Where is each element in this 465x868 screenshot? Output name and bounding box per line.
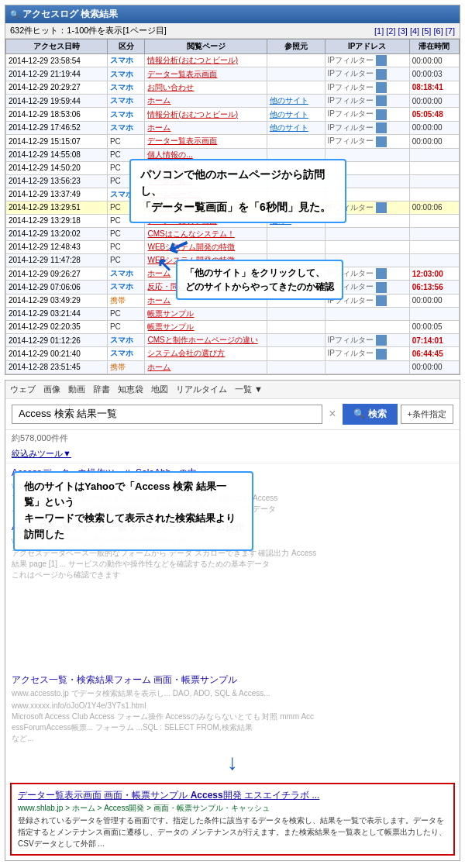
- ip-filter-button[interactable]: [376, 268, 387, 279]
- col-date: アクセス日時: [6, 40, 108, 54]
- search-results-list: Accessデータ...ウ操作ツール SaleAbb...の中へ www.acc…: [5, 463, 460, 780]
- page-link-6[interactable]: [6]: [433, 26, 443, 36]
- cell-time: [409, 188, 459, 201]
- ip-filter-button[interactable]: [376, 349, 387, 360]
- page-link-cell[interactable]: CMSと制作ホームページの違い: [147, 336, 257, 344]
- down-arrow-indicator: ↓: [12, 750, 453, 775]
- table-row: 2014-12-29 18:53:06 スマホ 情報分析(おむつとビール) 他の…: [6, 108, 460, 121]
- ip-filter-button[interactable]: [376, 136, 387, 147]
- page-link-4[interactable]: [4]: [410, 26, 419, 36]
- cell-type: PC: [107, 227, 145, 240]
- cell-ip: IPフィルター: [325, 135, 409, 148]
- cell-ip: IPフィルター: [325, 333, 409, 346]
- page-link-cell[interactable]: ホーム: [147, 96, 170, 105]
- cell-time: 00:00:06: [409, 201, 459, 214]
- cell-date: 2014-12-29 14:50:20: [6, 161, 108, 174]
- cell-time: 00:00:00: [409, 294, 459, 307]
- cell-page: データー覧表示画面: [145, 135, 267, 148]
- ip-filter-text: IPフィルター: [328, 109, 374, 118]
- cell-ip: [325, 240, 409, 253]
- ip-filter-text: IPフィルター: [328, 96, 374, 105]
- ip-filter-text: IPフィルター: [328, 349, 374, 357]
- page-link-3[interactable]: [3]: [398, 26, 408, 36]
- result-bottom-url: www.shlab.jp > ホーム > Access開発 > 画面・帳票サンプ…: [18, 803, 447, 814]
- cell-type: PC: [107, 135, 145, 148]
- ip-filter-button[interactable]: [376, 69, 387, 80]
- cell-date: 2014-12-29 13:37:49: [6, 188, 108, 201]
- page-link-cell[interactable]: システム会社の選び方: [147, 349, 225, 357]
- result-title-3[interactable]: アクセス一覧・検索結果フォーム 画面・帳票サンプル: [12, 673, 453, 687]
- ip-filter-button[interactable]: [376, 95, 387, 106]
- search-icon: 🔍: [353, 408, 365, 419]
- page-links[interactable]: [1] [2] [3] [4] [5] [6] [7]: [374, 26, 455, 36]
- ref-link-cell[interactable]: 他のサイト: [270, 96, 308, 105]
- ref-link-cell[interactable]: 他のサイト: [270, 123, 308, 132]
- cell-ref: 他のサイト: [267, 95, 325, 108]
- cell-type: スマホ: [107, 95, 145, 108]
- ip-filter-button[interactable]: [376, 82, 387, 93]
- cell-page: システム会社の選び方: [145, 347, 267, 360]
- search-input[interactable]: [12, 405, 322, 424]
- page-link-5[interactable]: [5]: [422, 26, 431, 36]
- result-bottom-link[interactable]: データー覧表示画面 画面・帳票サンプル Access開発 エスエイチラボ ...: [18, 790, 319, 801]
- cell-page: CMSはこんなシステム！: [145, 227, 267, 240]
- refine-tools-link[interactable]: 絞込みツール▼: [12, 449, 71, 458]
- refine-tools-bar[interactable]: 絞込みツール▼: [5, 446, 460, 463]
- nav-video[interactable]: 動画: [68, 384, 85, 395]
- page-link-cell[interactable]: 情報分析(おむつとビール): [147, 56, 238, 64]
- ip-filter-button[interactable]: [376, 109, 387, 120]
- ip-filter-button[interactable]: [376, 335, 387, 346]
- page-link-cell[interactable]: ホーム: [147, 296, 170, 305]
- ref-link-cell[interactable]: 他のサイト: [270, 110, 308, 119]
- ip-filter-button[interactable]: [376, 122, 387, 133]
- table-row: 2014-12-29 13:20:02 PC CMSはこんなシステム！: [6, 227, 460, 240]
- nav-realtime[interactable]: リアルタイム: [176, 384, 227, 395]
- page-link-cell[interactable]: ホーム: [147, 123, 170, 132]
- cell-date: 2014-12-29 15:15:07: [6, 135, 108, 148]
- conditions-button[interactable]: +条件指定: [401, 405, 453, 424]
- ip-filter-button[interactable]: [376, 295, 387, 306]
- cell-page: CMSと制作ホームページの違い: [145, 333, 267, 346]
- cell-ref: 他のサイト: [267, 121, 325, 134]
- col-ip: IPアドレス: [325, 40, 409, 54]
- cell-ref: [267, 307, 325, 320]
- cell-date: 2014-12-29 11:47:28: [6, 253, 108, 267]
- cell-page: ホーム: [145, 95, 267, 108]
- page-link-cell[interactable]: 個人情報の...: [147, 150, 192, 159]
- search-clear-button[interactable]: ×: [326, 407, 339, 421]
- nav-chiebukuro[interactable]: 知恵袋: [118, 384, 143, 395]
- page-link-cell[interactable]: お問い合わせ: [147, 83, 194, 91]
- ip-filter-button[interactable]: [376, 55, 387, 66]
- page-link-2[interactable]: [2]: [386, 26, 395, 36]
- cell-page: 帳票サンプル: [145, 307, 267, 320]
- page-link-1[interactable]: [1]: [374, 26, 384, 36]
- cell-time: 00:00:00: [409, 54, 459, 67]
- cell-ip: [325, 320, 409, 333]
- page-link-cell[interactable]: 帳票サンプル: [147, 309, 194, 318]
- nav-list[interactable]: 一覧 ▼: [235, 384, 263, 395]
- page-link-cell[interactable]: データー覧表示画面: [147, 70, 217, 78]
- cell-type: スマホ: [107, 54, 145, 67]
- page-link-7[interactable]: [7]: [446, 26, 455, 36]
- cell-type: スマホ: [107, 267, 145, 280]
- cell-date: 2014-12-29 02:20:35: [6, 320, 108, 333]
- nav-images[interactable]: 画像: [43, 384, 60, 395]
- ip-filter-button[interactable]: [376, 202, 387, 213]
- nav-web[interactable]: ウェブ: [10, 384, 36, 395]
- cell-time: 05:05:48: [409, 108, 459, 121]
- cell-ref: [267, 347, 325, 360]
- result-bottom-title: データー覧表示画面 画面・帳票サンプル Access開発 エスエイチラボ ...: [18, 789, 447, 802]
- result-desc-3: www.xxxxx.info/oJoO/1Y4e/3Y7s1.html Micr…: [12, 701, 453, 744]
- page-link-cell[interactable]: WEBシステム開発の特徴: [147, 243, 235, 251]
- nav-map[interactable]: 地図: [151, 384, 168, 395]
- table-row: 2014-12-29 03:21:44 PC 帳票サンプル: [6, 307, 460, 320]
- search-button[interactable]: 🔍 検索: [343, 404, 398, 425]
- nav-dict[interactable]: 辞書: [93, 384, 110, 395]
- page-link-cell[interactable]: データー覧表示画面: [147, 136, 217, 145]
- cell-page: データー覧表示画面: [145, 67, 267, 81]
- highlighted-result-box: データー覧表示画面 画面・帳票サンプル Access開発 エスエイチラボ ...…: [10, 783, 455, 856]
- page-link-cell[interactable]: ホーム: [147, 363, 170, 371]
- page-link-cell[interactable]: 情報分析(おむつとビール): [147, 110, 238, 119]
- page-link-cell[interactable]: 帳票サンプル: [147, 322, 194, 331]
- ip-filter-button[interactable]: [376, 282, 387, 293]
